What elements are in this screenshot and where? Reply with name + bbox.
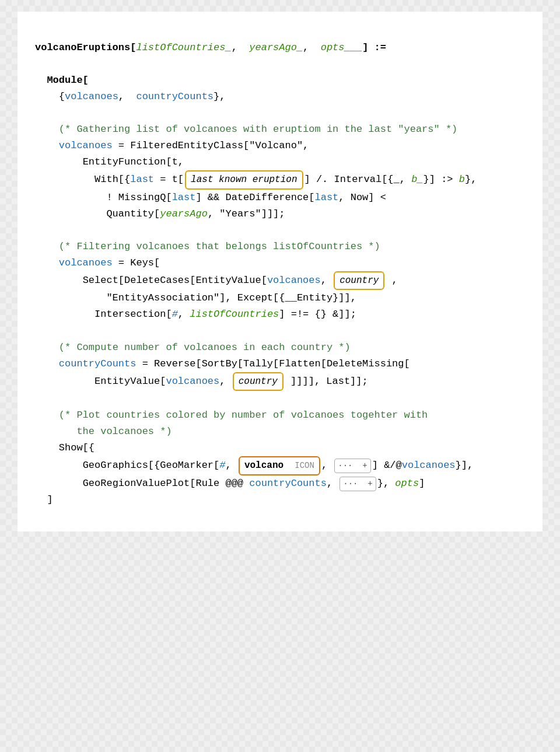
line-1: volcanoEruptions[listOfCountries_, years… [35,42,386,53]
show-line: Show[{ [35,442,94,453]
entity-function: EntityFunction[t, [35,156,184,167]
country-counts-line: countryCounts = Reverse[SortBy[Tally[Fla… [35,358,410,369]
missing-line: ! MissingQ[last] && DateDifference[last,… [35,192,386,203]
quantity-line: Quantity[yearsAgo, "Years"]]]; [35,208,285,219]
param-list: listOfCountries_ [136,42,231,53]
param-years: yearsAgo_ [249,42,303,53]
intersection-line: Intersection[#, listOfCountries] =!= {} … [35,309,356,320]
geo-region-line: GeoRegionValuePlot[Rule @@@ countryCount… [35,478,425,489]
volcano-badge: volcano ICON [239,456,320,475]
with-line: With[{last = t[last known eruption] /. I… [35,174,477,185]
comment3: (* Compute number of volcanoes in each c… [35,342,351,353]
comment4: (* Plot countries colored by number of v… [35,410,428,437]
module-line: Module[ [35,75,89,86]
comment2: (* Filtering volcanoes that belongs list… [35,241,380,252]
close-bracket: ] [35,494,53,505]
country-badge-2: country [233,372,284,391]
param-opts: opts___ [321,42,362,53]
entity-value2-line: EntityValue[volcanoes, country ]]]], Las… [35,376,368,387]
code-block: volcanoEruptions[listOfCountries_, years… [18,12,542,531]
func-name: volcanoEruptions[ [35,42,136,53]
volcanoes-keys: volcanoes = Keys[ [35,257,160,268]
dots-badge-1: ··· + [334,459,370,473]
country-badge-1: country [334,271,384,290]
comment1: (* Gathering list of volcanoes with erup… [35,124,457,135]
dots-badge-2: ··· + [340,477,376,491]
geo-graphics-line: GeoGraphics[{GeoMarker[#, volcano ICON, … [35,460,473,471]
entity-assoc-line: "EntityAssociation"], Except[{__Entity}]… [35,292,356,303]
last-known-badge: last known eruption [185,170,303,189]
select-line: Select[DeleteCases[EntityValue[volcanoes… [35,275,398,286]
volcanoes-assign: volcanoes = FilteredEntityClass["Volcano… [35,140,309,151]
vars-line: {volcanoes, countryCounts}, [35,91,225,102]
